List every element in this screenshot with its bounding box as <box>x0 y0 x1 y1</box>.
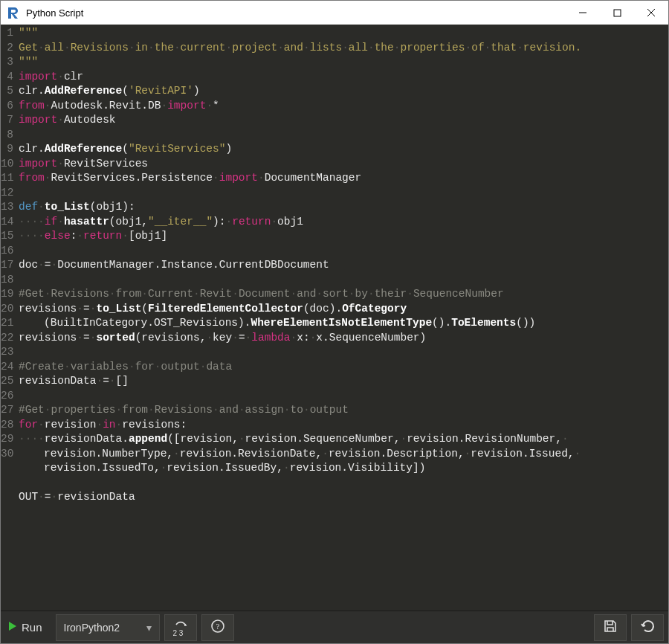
run-button[interactable]: Run <box>5 614 51 641</box>
close-button[interactable] <box>634 1 668 25</box>
code-content[interactable]: """Get·all·Revisions·in·the·current·proj… <box>16 25 668 611</box>
code-editor[interactable]: 1234567891011121314151617181920212223242… <box>1 25 668 611</box>
save-button[interactable] <box>594 614 627 641</box>
maximize-button[interactable] <box>600 1 634 25</box>
engine-selected-label: IronPython2 <box>64 622 120 634</box>
migrate-button[interactable]: 2 3 <box>164 614 197 641</box>
revit-icon <box>7 6 20 19</box>
help-icon: ? <box>210 619 225 636</box>
svg-text:?: ? <box>216 622 219 631</box>
titlebar: Python Script <box>1 1 668 25</box>
svg-rect-1 <box>614 10 621 16</box>
save-icon <box>603 619 618 636</box>
chevron-down-icon: ▾ <box>146 622 152 634</box>
migrate-icon: 2 3 <box>172 619 189 636</box>
engine-select[interactable]: IronPython2 ▾ IronPython2 CPython3 <box>56 614 160 641</box>
help-button[interactable]: ? <box>201 614 234 641</box>
window-title: Python Script <box>26 7 566 19</box>
toolbar: Run IronPython2 ▾ IronPython2 CPython3 2… <box>1 611 668 643</box>
revert-button[interactable] <box>631 614 664 641</box>
undo-icon <box>639 618 656 637</box>
window: Python Script 12345678910111213141516171… <box>0 0 669 644</box>
play-icon <box>8 621 17 634</box>
run-label: Run <box>22 621 42 634</box>
line-number-gutter: 1234567891011121314151617181920212223242… <box>1 25 16 611</box>
minimize-button[interactable] <box>566 1 600 25</box>
